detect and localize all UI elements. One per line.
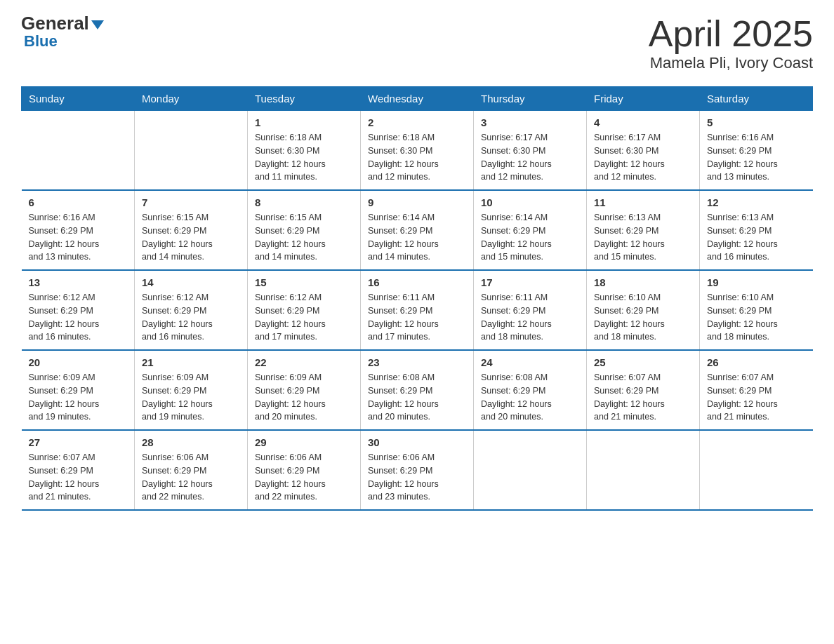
day-info: Sunrise: 6:09 AM Sunset: 6:29 PM Dayligh…: [29, 371, 128, 424]
calendar-cell: 1Sunrise: 6:18 AM Sunset: 6:30 PM Daylig…: [248, 111, 361, 191]
day-info: Sunrise: 6:17 AM Sunset: 6:30 PM Dayligh…: [481, 131, 579, 184]
calendar-cell: 4Sunrise: 6:17 AM Sunset: 6:30 PM Daylig…: [587, 111, 700, 191]
calendar-cell: 2Sunrise: 6:18 AM Sunset: 6:30 PM Daylig…: [361, 111, 474, 191]
header-day-wednesday: Wednesday: [361, 87, 474, 111]
day-number: 19: [707, 276, 806, 288]
calendar-cell: 16Sunrise: 6:11 AM Sunset: 6:29 PM Dayli…: [361, 270, 474, 350]
calendar-cell: [474, 430, 587, 510]
day-info: Sunrise: 6:09 AM Sunset: 6:29 PM Dayligh…: [142, 371, 240, 424]
calendar-cell: 24Sunrise: 6:08 AM Sunset: 6:29 PM Dayli…: [474, 350, 587, 430]
calendar-cell: [135, 111, 248, 191]
header-day-sunday: Sunday: [22, 87, 135, 111]
day-number: 3: [481, 116, 579, 128]
day-number: 22: [255, 356, 353, 368]
day-number: 8: [255, 196, 353, 208]
calendar-cell: 6Sunrise: 6:16 AM Sunset: 6:29 PM Daylig…: [22, 190, 135, 270]
day-info: Sunrise: 6:15 AM Sunset: 6:29 PM Dayligh…: [255, 211, 353, 264]
calendar-cell: 10Sunrise: 6:14 AM Sunset: 6:29 PM Dayli…: [474, 190, 587, 270]
calendar-cell: 9Sunrise: 6:14 AM Sunset: 6:29 PM Daylig…: [361, 190, 474, 270]
calendar-cell: 23Sunrise: 6:08 AM Sunset: 6:29 PM Dayli…: [361, 350, 474, 430]
day-number: 30: [368, 436, 466, 448]
day-number: 18: [594, 276, 692, 288]
calendar-cell: 13Sunrise: 6:12 AM Sunset: 6:29 PM Dayli…: [22, 270, 135, 350]
day-number: 13: [29, 276, 128, 288]
day-number: 24: [481, 356, 579, 368]
day-info: Sunrise: 6:17 AM Sunset: 6:30 PM Dayligh…: [594, 131, 692, 184]
calendar-cell: 27Sunrise: 6:07 AM Sunset: 6:29 PM Dayli…: [22, 430, 135, 510]
day-number: 21: [142, 356, 240, 368]
day-number: 1: [255, 116, 353, 128]
day-number: 17: [481, 276, 579, 288]
day-info: Sunrise: 6:07 AM Sunset: 6:29 PM Dayligh…: [29, 451, 128, 504]
calendar-cell: 21Sunrise: 6:09 AM Sunset: 6:29 PM Dayli…: [135, 350, 248, 430]
day-number: 26: [707, 356, 806, 368]
logo: General Blue: [21, 14, 104, 51]
calendar-cell: 3Sunrise: 6:17 AM Sunset: 6:30 PM Daylig…: [474, 111, 587, 191]
day-number: 2: [368, 116, 466, 128]
day-number: 10: [481, 196, 579, 208]
day-info: Sunrise: 6:13 AM Sunset: 6:29 PM Dayligh…: [594, 211, 692, 264]
day-number: 27: [29, 436, 128, 448]
logo-blue: Blue: [24, 32, 58, 50]
day-number: 16: [368, 276, 466, 288]
calendar-week-row: 6Sunrise: 6:16 AM Sunset: 6:29 PM Daylig…: [22, 190, 813, 270]
logo-general: General: [21, 14, 89, 32]
day-info: Sunrise: 6:18 AM Sunset: 6:30 PM Dayligh…: [255, 131, 353, 184]
header-day-friday: Friday: [587, 87, 700, 111]
day-number: 9: [368, 196, 466, 208]
day-number: 14: [142, 276, 240, 288]
day-number: 12: [707, 196, 806, 208]
logo-arrow-icon: [91, 20, 104, 29]
calendar-cell: 15Sunrise: 6:12 AM Sunset: 6:29 PM Dayli…: [248, 270, 361, 350]
calendar-cell: [22, 111, 135, 191]
calendar-cell: 11Sunrise: 6:13 AM Sunset: 6:29 PM Dayli…: [587, 190, 700, 270]
day-info: Sunrise: 6:07 AM Sunset: 6:29 PM Dayligh…: [594, 371, 692, 424]
calendar-cell: [700, 430, 813, 510]
calendar-header-row: SundayMondayTuesdayWednesdayThursdayFrid…: [22, 87, 813, 111]
day-info: Sunrise: 6:06 AM Sunset: 6:29 PM Dayligh…: [255, 451, 353, 504]
day-info: Sunrise: 6:14 AM Sunset: 6:29 PM Dayligh…: [368, 211, 466, 264]
day-info: Sunrise: 6:09 AM Sunset: 6:29 PM Dayligh…: [255, 371, 353, 424]
calendar-cell: 18Sunrise: 6:10 AM Sunset: 6:29 PM Dayli…: [587, 270, 700, 350]
calendar-cell: 25Sunrise: 6:07 AM Sunset: 6:29 PM Dayli…: [587, 350, 700, 430]
calendar-week-row: 27Sunrise: 6:07 AM Sunset: 6:29 PM Dayli…: [22, 430, 813, 510]
page-header: General Blue April 2025 Mamela Pli, Ivor…: [21, 14, 813, 72]
day-info: Sunrise: 6:08 AM Sunset: 6:29 PM Dayligh…: [481, 371, 579, 424]
day-info: Sunrise: 6:06 AM Sunset: 6:29 PM Dayligh…: [142, 451, 240, 504]
header-day-monday: Monday: [135, 87, 248, 111]
day-number: 29: [255, 436, 353, 448]
day-number: 20: [29, 356, 128, 368]
calendar-week-row: 13Sunrise: 6:12 AM Sunset: 6:29 PM Dayli…: [22, 270, 813, 350]
calendar-cell: [587, 430, 700, 510]
day-number: 6: [29, 196, 128, 208]
day-info: Sunrise: 6:06 AM Sunset: 6:29 PM Dayligh…: [368, 451, 466, 504]
day-number: 25: [594, 356, 692, 368]
day-info: Sunrise: 6:11 AM Sunset: 6:29 PM Dayligh…: [481, 291, 579, 344]
day-number: 23: [368, 356, 466, 368]
calendar-cell: 14Sunrise: 6:12 AM Sunset: 6:29 PM Dayli…: [135, 270, 248, 350]
calendar-cell: 12Sunrise: 6:13 AM Sunset: 6:29 PM Dayli…: [700, 190, 813, 270]
day-number: 15: [255, 276, 353, 288]
day-number: 11: [594, 196, 692, 208]
title-section: April 2025 Mamela Pli, Ivory Coast: [649, 14, 813, 72]
day-info: Sunrise: 6:11 AM Sunset: 6:29 PM Dayligh…: [368, 291, 466, 344]
calendar-cell: 29Sunrise: 6:06 AM Sunset: 6:29 PM Dayli…: [248, 430, 361, 510]
header-day-thursday: Thursday: [474, 87, 587, 111]
header-day-tuesday: Tuesday: [248, 87, 361, 111]
calendar-cell: 7Sunrise: 6:15 AM Sunset: 6:29 PM Daylig…: [135, 190, 248, 270]
day-info: Sunrise: 6:14 AM Sunset: 6:29 PM Dayligh…: [481, 211, 579, 264]
calendar-week-row: 1Sunrise: 6:18 AM Sunset: 6:30 PM Daylig…: [22, 111, 813, 191]
day-info: Sunrise: 6:18 AM Sunset: 6:30 PM Dayligh…: [368, 131, 466, 184]
day-number: 4: [594, 116, 692, 128]
day-info: Sunrise: 6:12 AM Sunset: 6:29 PM Dayligh…: [255, 291, 353, 344]
day-info: Sunrise: 6:16 AM Sunset: 6:29 PM Dayligh…: [29, 211, 128, 264]
day-info: Sunrise: 6:08 AM Sunset: 6:29 PM Dayligh…: [368, 371, 466, 424]
day-number: 7: [142, 196, 240, 208]
day-info: Sunrise: 6:15 AM Sunset: 6:29 PM Dayligh…: [142, 211, 240, 264]
calendar-cell: 28Sunrise: 6:06 AM Sunset: 6:29 PM Dayli…: [135, 430, 248, 510]
calendar-title: April 2025: [649, 14, 813, 54]
day-info: Sunrise: 6:07 AM Sunset: 6:29 PM Dayligh…: [707, 371, 806, 424]
calendar-subtitle: Mamela Pli, Ivory Coast: [649, 54, 813, 72]
calendar-cell: 19Sunrise: 6:10 AM Sunset: 6:29 PM Dayli…: [700, 270, 813, 350]
day-info: Sunrise: 6:10 AM Sunset: 6:29 PM Dayligh…: [707, 291, 806, 344]
